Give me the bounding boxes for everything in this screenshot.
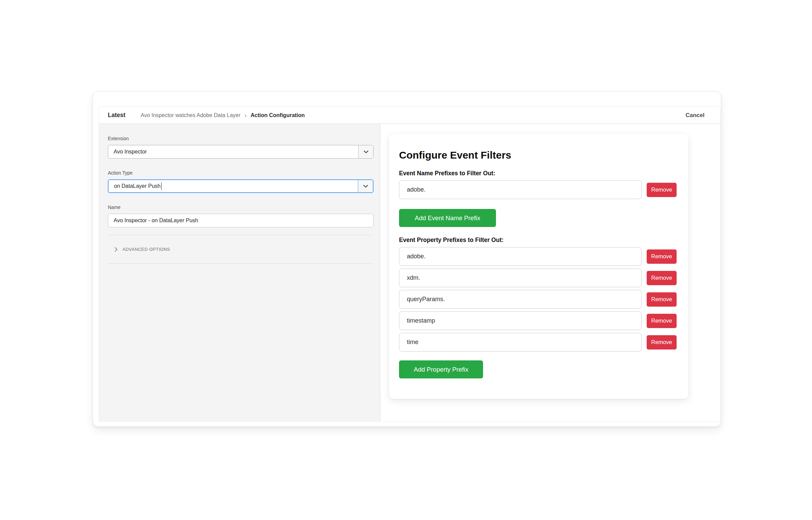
- event-name-prefixes-label: Event Name Prefixes to Filter Out:: [399, 170, 678, 177]
- name-field: Name: [108, 205, 374, 227]
- cancel-button[interactable]: Cancel: [685, 112, 705, 119]
- environment-label: Latest: [108, 112, 126, 119]
- breadcrumb-separator-icon: ›: [245, 112, 247, 118]
- configure-event-filters-card: Configure Event Filters Event Name Prefi…: [389, 134, 688, 399]
- extension-select[interactable]: Avo Inspector: [108, 145, 374, 159]
- name-label: Name: [108, 205, 374, 210]
- property-prefix-input-5[interactable]: [399, 333, 642, 352]
- breadcrumb-rule-name: Avo Inspector watches Adobe Data Layer: [141, 112, 241, 118]
- header-bar: Latest Avo Inspector watches Adobe Data …: [99, 107, 720, 124]
- action-type-dropdown-button[interactable]: [358, 180, 373, 192]
- remove-property-prefix-button-5[interactable]: Remove: [647, 335, 677, 350]
- advanced-options-section: ADVANCED OPTIONS: [108, 235, 374, 264]
- event-name-prefix-input[interactable]: [399, 180, 642, 199]
- advanced-options-toggle[interactable]: ADVANCED OPTIONS: [108, 235, 374, 264]
- extension-value: Avo Inspector: [114, 149, 147, 155]
- extension-dropdown-button[interactable]: [358, 145, 373, 158]
- add-event-name-prefix-button[interactable]: Add Event Name Prefix: [399, 209, 496, 227]
- name-input[interactable]: [108, 214, 374, 227]
- event-name-prefix-row: Remove: [399, 180, 678, 199]
- chevron-down-icon: [364, 150, 368, 153]
- property-prefix-row: Remove: [399, 311, 678, 330]
- property-prefix-input-4[interactable]: [399, 311, 642, 330]
- action-settings-panel: Extension Avo Inspector Action Type: [99, 124, 380, 421]
- rule-editor-modal: Latest Avo Inspector watches Adobe Data …: [93, 91, 721, 427]
- chevron-down-icon: [363, 185, 368, 188]
- remove-event-name-prefix-button[interactable]: Remove: [647, 183, 677, 197]
- property-prefix-row: Remove: [399, 247, 678, 266]
- property-prefix-row: Remove: [399, 333, 678, 352]
- action-type-label: Action Type: [108, 170, 374, 176]
- event-property-prefixes-label: Event Property Prefixes to Filter Out:: [399, 237, 678, 244]
- property-prefix-input-1[interactable]: [399, 247, 642, 266]
- property-prefix-input-3[interactable]: [399, 290, 642, 309]
- rule-editor-frame: Latest Avo Inspector watches Adobe Data …: [99, 107, 720, 422]
- add-property-prefix-button[interactable]: Add Property Prefix: [399, 360, 483, 378]
- extension-label: Extension: [108, 136, 374, 141]
- remove-property-prefix-button-1[interactable]: Remove: [647, 249, 677, 264]
- extension-field: Extension Avo Inspector: [108, 136, 374, 159]
- extension-view-panel: Configure Event Filters Event Name Prefi…: [380, 124, 720, 421]
- property-prefix-row: Remove: [399, 290, 678, 309]
- action-type-field: Action Type on DataLayer Push: [108, 170, 374, 193]
- chevron-right-icon: [115, 247, 118, 252]
- page: Latest Avo Inspector watches Adobe Data …: [0, 0, 812, 520]
- property-prefix-input-2[interactable]: [399, 269, 642, 287]
- card-title: Configure Event Filters: [399, 149, 678, 161]
- property-prefix-row: Remove: [399, 269, 678, 287]
- action-type-value: on DataLayer Push: [114, 183, 161, 189]
- remove-property-prefix-button-2[interactable]: Remove: [647, 271, 677, 285]
- remove-property-prefix-button-4[interactable]: Remove: [647, 314, 677, 328]
- action-type-select[interactable]: on DataLayer Push: [108, 179, 374, 193]
- breadcrumb-current-page: Action Configuration: [251, 112, 305, 118]
- remove-property-prefix-button-3[interactable]: Remove: [647, 292, 677, 307]
- text-caret: [161, 182, 162, 190]
- advanced-options-label: ADVANCED OPTIONS: [122, 247, 170, 252]
- content-area: Extension Avo Inspector Action Type: [99, 124, 720, 421]
